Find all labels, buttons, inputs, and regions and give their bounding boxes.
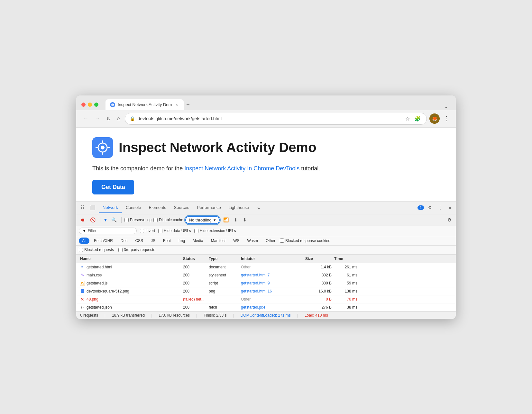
error-icon: ✕ [80,297,85,302]
traffic-light-yellow[interactable] [88,103,92,107]
filter-icon: ▼ [103,217,108,222]
new-tab-button[interactable]: + [184,100,192,110]
third-party-checkbox[interactable] [118,248,123,252]
preserve-log-checkbox[interactable] [124,218,129,222]
devtools-tab-network[interactable]: Network [99,203,122,213]
table-row[interactable]: ✎main.css200stylesheetgetstarted.html:78… [76,271,456,279]
third-party-label[interactable]: 3rd-party requests [118,248,155,252]
network-settings-button[interactable]: ⚙ [446,216,453,223]
devtools-tab-console[interactable]: Console [122,203,145,213]
type-pill-all[interactable]: All [79,238,89,244]
devtools-more-tabs-button[interactable]: » [255,204,262,212]
devtools-tab-performance[interactable]: Performance [193,203,225,213]
table-col-time: Time [333,256,359,262]
type-pill-media[interactable]: Media [189,238,206,244]
throttle-dropdown[interactable]: No throttling ▾ [185,216,220,224]
js-icon: JS [80,281,85,285]
row-filename: 48.png [87,297,98,302]
row-name-col: ✎main.css [79,272,182,278]
row-status-col: 200 [182,264,207,270]
devtools-device-icon[interactable]: ⬜ [87,203,97,212]
type-pill-font[interactable]: Font [160,238,174,244]
table-row[interactable]: {}getstarted.json200fetchgetstarted.js:4… [76,303,456,311]
blocked-requests-checkbox[interactable] [79,248,83,252]
back-button[interactable]: ← [81,114,90,123]
blocked-requests-label[interactable]: Blocked requests [79,248,114,252]
table-row[interactable]: JSgetstarted.js200scriptgetstarted.html:… [76,279,456,287]
filter-input-wrap[interactable]: ▼ [79,228,137,234]
home-button[interactable]: ⌂ [115,114,122,123]
devtools-settings-button[interactable]: ⚙ [426,203,434,212]
devtools-close-button[interactable]: × [446,204,453,212]
upload-button[interactable]: ⬆ [232,216,239,223]
tab-close-button[interactable]: × [174,102,179,108]
tab-arrow[interactable]: ⌄ [442,103,451,110]
initiator-link[interactable]: getstarted.js:4 [241,305,265,310]
browser-window: Inspect Network Activity Dem × + ⌄ ← → ↻… [76,95,456,319]
type-pill-ws[interactable]: WS [230,238,243,244]
description-link[interactable]: Inspect Network Activity In Chrome DevTo… [184,165,299,172]
hide-extension-urls-checkbox[interactable] [194,229,198,233]
table-row[interactable]: ✕48.png(failed) net...Other0 B70 ms [76,295,456,303]
toolbar-separator-2 [121,217,122,223]
address-bar[interactable]: 🔒 devtools.glitch.me/network/getstarted.… [125,113,427,125]
devtools-more-button[interactable]: ⋮ [436,203,445,212]
invert-checkbox[interactable] [140,229,144,233]
initiator-link[interactable]: getstarted.html:7 [241,273,270,277]
transferred-size: 18.9 kB transferred [112,313,145,318]
record-button[interactable]: ⏺ [79,216,87,223]
hide-data-urls-label[interactable]: Hide data URLs [158,229,191,233]
row-status-col: 200 [182,272,207,278]
page-title: Inspect Network Activity Demo [119,140,316,155]
disable-cache-checkbox[interactable] [153,218,158,222]
blocked-response-cookies-checkbox[interactable] [280,239,284,243]
search-button[interactable]: 🔍 [110,216,118,223]
table-col-type: Type [207,256,240,262]
traffic-light-red[interactable] [81,103,86,107]
preserve-log-label[interactable]: Preserve log [124,218,151,222]
type-pill-other[interactable]: Other [262,238,279,244]
bookmark-button[interactable]: ☆ [404,115,411,122]
blocked-response-cookies-label[interactable]: Blocked response cookies [280,239,330,243]
type-pill-wasm[interactable]: Wasm [244,238,261,244]
type-pill-img[interactable]: Img [175,238,188,244]
devtools-select-icon[interactable]: ⠿ [79,203,86,212]
browser-more-button[interactable]: ⋮ [442,114,451,123]
json-icon: {} [80,305,85,310]
invert-label[interactable]: Invert [140,229,155,233]
dom-content-loaded: DOMContentLoaded: 271 ms [241,313,291,318]
hide-data-urls-checkbox[interactable] [158,229,162,233]
disable-cache-label[interactable]: Disable cache [153,218,183,222]
extensions-button[interactable]: 🧩 [413,115,422,122]
download-button[interactable]: ⬇ [241,216,248,223]
forward-button[interactable]: → [93,114,102,123]
type-pill-doc[interactable]: Doc [117,238,131,244]
devtools-tab-sources[interactable]: Sources [170,203,193,213]
clear-button[interactable]: 🚫 [88,216,97,223]
traffic-light-green[interactable] [94,103,98,107]
devtools-right-actions: 1 ⚙ ⋮ × [417,203,453,212]
initiator-link[interactable]: getstarted.html:16 [241,289,272,293]
row-time-col: 138 ms [333,288,359,294]
initiator-link[interactable]: getstarted.html:9 [241,281,270,285]
table-row[interactable]: devtools-square-512.png200pnggetstarted.… [76,287,456,295]
hide-extension-urls-label[interactable]: Hide extension URLs [194,229,236,233]
table-row[interactable]: ≡getstarted.html200documentOther1.4 kB26… [76,263,456,271]
profile-button[interactable]: 🦊 [429,113,440,124]
filter-input[interactable] [88,229,133,233]
type-pill-manifest[interactable]: Manifest [208,238,229,244]
table-col-status: Status [182,256,207,262]
reload-button[interactable]: ↻ [105,114,113,123]
active-tab[interactable]: Inspect Network Activity Dem × [105,99,184,110]
tabs-area: Inspect Network Activity Dem × + ⌄ [105,99,451,110]
table-col-initiator: Initiator [240,256,304,262]
type-pill-css[interactable]: CSS [132,238,146,244]
get-data-button[interactable]: Get Data [92,180,134,194]
type-pill-js[interactable]: JS [148,238,159,244]
devtools-tabs: NetworkConsoleElementsSourcesPerformance… [99,203,253,213]
devtools-tab-elements[interactable]: Elements [145,203,170,213]
wifi-button[interactable]: 📶 [222,216,230,223]
row-type-col: script [207,280,240,286]
type-pill-fetch-xhr[interactable]: Fetch/XHR [91,238,116,244]
devtools-tab-lighthouse[interactable]: Lighthouse [225,203,253,213]
